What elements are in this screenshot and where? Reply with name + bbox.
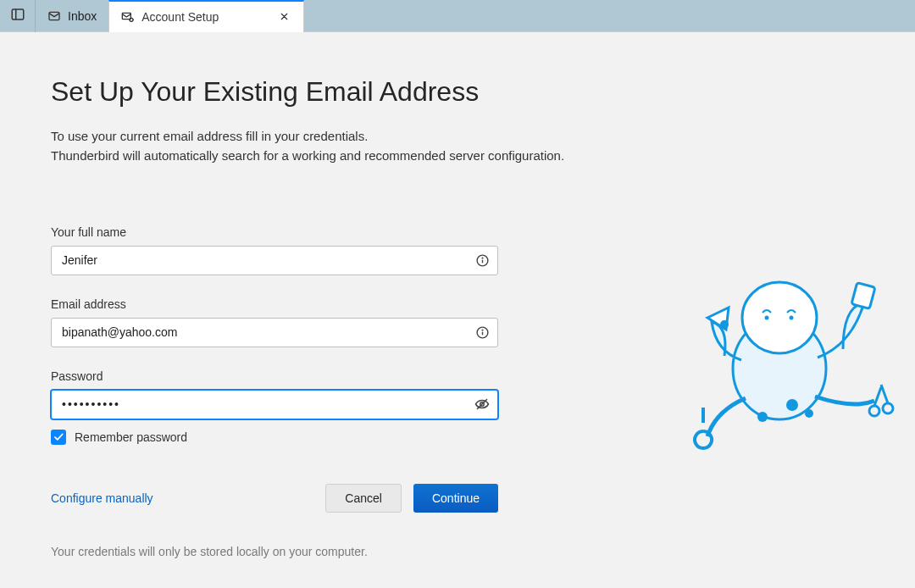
password-label: Password <box>51 369 627 383</box>
svg-rect-21 <box>851 283 875 309</box>
svg-point-7 <box>482 258 483 258</box>
email-label: Email address <box>51 297 627 311</box>
subtitle-line2: Thunderbird will automatically search fo… <box>51 148 564 163</box>
svg-point-23 <box>883 403 893 413</box>
tab-close-button[interactable] <box>276 9 291 25</box>
subtitle-line1: To use your current email address fill i… <box>51 129 368 143</box>
svg-rect-3 <box>123 13 131 19</box>
full-name-input[interactable] <box>51 246 498 275</box>
svg-rect-0 <box>12 9 24 19</box>
cancel-button[interactable]: Cancel <box>325 484 402 513</box>
svg-point-17 <box>786 399 798 411</box>
credentials-disclaimer: Your credentials will only be stored loc… <box>51 545 627 558</box>
svg-point-15 <box>765 316 769 320</box>
svg-point-14 <box>742 282 817 353</box>
tab-inbox-label: Inbox <box>68 9 97 23</box>
email-input[interactable] <box>51 318 498 347</box>
page-subtitle: To use your current email address fill i… <box>51 126 627 166</box>
remember-password-checkbox[interactable] <box>51 430 66 445</box>
info-icon[interactable] <box>474 252 490 268</box>
inbox-icon <box>47 9 61 23</box>
svg-point-20 <box>720 320 729 329</box>
eye-off-icon[interactable] <box>474 397 490 412</box>
continue-button[interactable]: Continue <box>413 484 498 513</box>
tab-account-setup-label: Account Setup <box>141 10 219 24</box>
page-title: Set Up Your Existing Email Address <box>51 76 627 108</box>
svg-point-18 <box>757 412 768 422</box>
mascot-illustration <box>678 271 898 461</box>
tab-account-setup[interactable]: Account Setup <box>108 0 304 32</box>
svg-point-16 <box>790 316 794 320</box>
spaces-toolbar-icon <box>10 7 25 25</box>
tab-bar: Inbox Account Setup <box>0 0 915 32</box>
tab-inbox[interactable]: Inbox <box>36 0 108 32</box>
svg-point-22 <box>869 406 879 416</box>
info-icon[interactable] <box>474 325 490 340</box>
svg-point-4 <box>130 18 133 21</box>
envelope-gear-icon <box>121 10 135 24</box>
password-input[interactable] <box>51 390 498 419</box>
svg-point-10 <box>482 330 483 330</box>
remember-password-label: Remember password <box>75 430 187 444</box>
sidebar-toggle-button[interactable] <box>0 0 36 32</box>
full-name-label: Your full name <box>51 225 627 239</box>
configure-manually-link[interactable]: Configure manually <box>51 491 153 505</box>
svg-point-19 <box>805 409 813 418</box>
